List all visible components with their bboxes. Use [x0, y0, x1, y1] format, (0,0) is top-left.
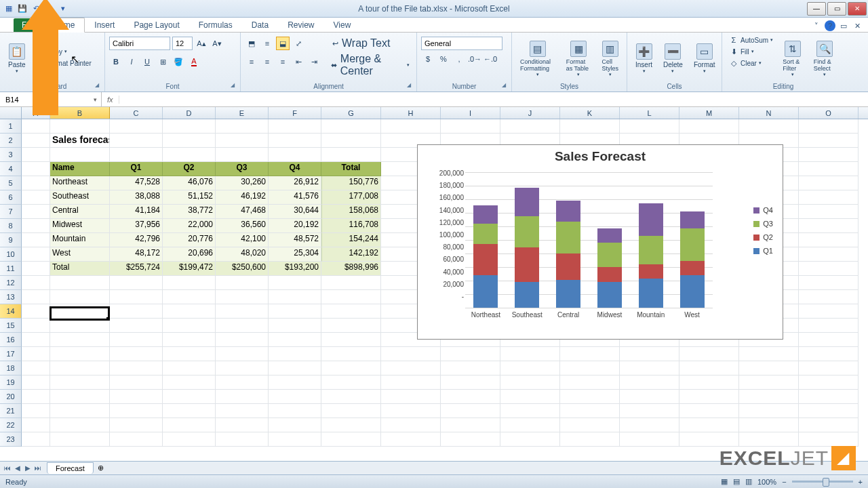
col-header-O[interactable]: O — [799, 107, 859, 119]
legend-item-q2[interactable]: Q2 — [753, 233, 773, 241]
decrease-indent-icon[interactable]: ⇤ — [292, 55, 305, 68]
sort-filter-button[interactable]: ⇅Sort & Filter▾ — [778, 35, 807, 83]
cut-button[interactable]: ✂Cut — [33, 35, 94, 45]
cell[interactable] — [50, 319, 110, 333]
fill-color-button[interactable]: 🪣 — [172, 55, 185, 68]
zoom-out-icon[interactable]: − — [782, 478, 786, 486]
conditional-formatting-button[interactable]: ▤Conditional Formatting▾ — [516, 35, 559, 83]
cell[interactable] — [739, 119, 799, 134]
row-header-13[interactable]: 13 — [0, 290, 22, 304]
col-header-E[interactable]: E — [216, 107, 269, 119]
cell[interactable] — [22, 432, 50, 447]
tab-file[interactable]: File — [14, 18, 43, 32]
col-header-N[interactable]: N — [739, 107, 799, 119]
cell[interactable] — [22, 333, 50, 347]
cell[interactable] — [381, 418, 441, 432]
cell[interactable] — [163, 418, 216, 432]
cell[interactable] — [560, 347, 620, 361]
cell[interactable] — [22, 361, 50, 375]
cell[interactable] — [269, 148, 321, 162]
cell[interactable] — [441, 375, 500, 390]
cell[interactable] — [110, 290, 163, 304]
fx-icon[interactable]: fx — [102, 96, 119, 104]
row-header-23[interactable]: 23 — [0, 432, 22, 447]
cell[interactable] — [269, 418, 321, 432]
wrap-text-button[interactable]: ↩Wrap Text — [328, 37, 412, 50]
cell[interactable] — [22, 190, 50, 205]
cell[interactable] — [381, 347, 441, 361]
cell[interactable] — [799, 390, 859, 404]
cell[interactable] — [799, 347, 859, 361]
cell[interactable] — [679, 390, 739, 404]
increase-decimal-icon[interactable]: .0→ — [468, 52, 481, 66]
view-layout-icon[interactable]: ▤ — [733, 477, 740, 486]
legend-item-q4[interactable]: Q4 — [753, 206, 773, 214]
cell[interactable] — [22, 404, 50, 418]
cell[interactable] — [799, 190, 859, 205]
cell[interactable] — [269, 290, 321, 304]
row-header-18[interactable]: 18 — [0, 361, 22, 375]
cell[interactable] — [799, 176, 859, 190]
cell[interactable] — [321, 375, 381, 390]
chart[interactable]: Sales Forecast 200,000180,000160,000140,… — [417, 144, 783, 340]
cell[interactable]: West — [50, 247, 110, 262]
font-color-button[interactable]: A — [187, 55, 201, 68]
cell[interactable] — [739, 432, 799, 447]
align-bottom-icon[interactable]: ⬓ — [276, 37, 290, 50]
cell[interactable] — [22, 347, 50, 361]
cell[interactable] — [500, 361, 560, 375]
cell[interactable]: 26,912 — [269, 176, 321, 190]
cell[interactable] — [163, 333, 216, 347]
row-header-1[interactable]: 1 — [0, 119, 22, 134]
cell[interactable] — [163, 390, 216, 404]
cell[interactable]: 25,304 — [269, 247, 321, 262]
cell[interactable]: 48,020 — [216, 247, 269, 262]
cell[interactable] — [22, 162, 50, 176]
save-icon[interactable]: 💾 — [16, 3, 28, 15]
col-header-J[interactable]: J — [500, 107, 560, 119]
cell[interactable]: Q3 — [216, 162, 269, 176]
paste-button[interactable]: 📋Paste▾ — [4, 35, 30, 83]
cell[interactable] — [22, 148, 50, 162]
cell[interactable] — [441, 390, 500, 404]
currency-icon[interactable]: $ — [421, 52, 435, 66]
cell[interactable] — [163, 404, 216, 418]
font-launcher-icon[interactable]: ◢ — [231, 82, 239, 90]
cell[interactable] — [620, 361, 679, 375]
cell[interactable] — [679, 404, 739, 418]
autosum-button[interactable]: ΣAutoSum▾ — [726, 35, 776, 45]
cell[interactable] — [321, 418, 381, 432]
cell[interactable] — [321, 304, 381, 319]
cell[interactable] — [321, 319, 381, 333]
cell[interactable] — [441, 361, 500, 375]
cell[interactable] — [216, 319, 269, 333]
redo-icon[interactable]: ↷ — [43, 3, 56, 15]
cell[interactable]: 20,696 — [163, 247, 216, 262]
cell[interactable] — [216, 432, 269, 447]
cell[interactable] — [739, 404, 799, 418]
tab-view[interactable]: View — [324, 18, 361, 32]
legend-item-q3[interactable]: Q3 — [753, 220, 773, 228]
cell[interactable] — [560, 404, 620, 418]
cell[interactable]: 46,076 — [163, 176, 216, 190]
cell[interactable] — [500, 404, 560, 418]
copy-button[interactable]: ⎘Copy▾ — [33, 46, 94, 57]
cell[interactable]: $250,600 — [216, 262, 269, 276]
cell[interactable] — [799, 418, 859, 432]
cell[interactable] — [500, 375, 560, 390]
cell[interactable] — [500, 390, 560, 404]
row-header-11[interactable]: 11 — [0, 262, 22, 276]
tab-insert[interactable]: Insert — [85, 18, 124, 32]
cell[interactable] — [163, 119, 216, 134]
cell[interactable] — [321, 148, 381, 162]
cell[interactable] — [216, 304, 269, 319]
minimize-button[interactable]: ― — [807, 2, 826, 16]
cell[interactable] — [269, 333, 321, 347]
cell[interactable] — [620, 418, 679, 432]
italic-button[interactable]: I — [125, 55, 138, 68]
cell[interactable]: 177,008 — [321, 190, 381, 205]
cell[interactable] — [216, 290, 269, 304]
cell[interactable] — [799, 290, 859, 304]
spreadsheet-grid[interactable]: A B C D E F G H I J K L M N O 1234567891… — [0, 107, 868, 460]
cell[interactable] — [163, 276, 216, 290]
